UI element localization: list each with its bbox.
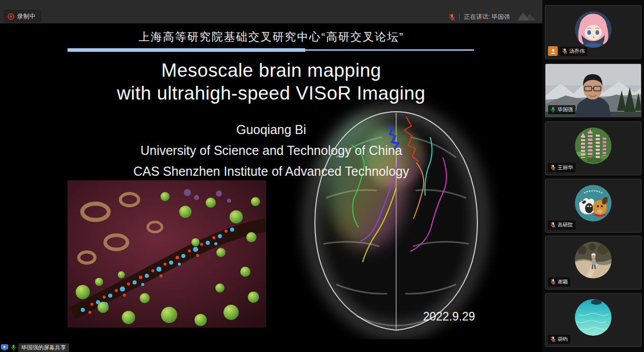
mic-muted-icon [551, 222, 556, 228]
divider [459, 14, 460, 20]
mic-muted-icon [551, 336, 556, 342]
screen-share-indicator[interactable]: 毕国强的屏幕共享 [1, 343, 69, 352]
participant-tile[interactable]: 汤乔伟 [545, 5, 641, 59]
slide-title-line2: with ultrahigh-speed VISoR Imaging [0, 83, 542, 104]
mic-active-icon [551, 107, 556, 113]
participant-tile[interactable]: 高研院 [545, 179, 641, 233]
participant-nametag: 毕国强 [548, 105, 575, 114]
recording-label: 录制中 [17, 12, 36, 21]
mic-muted-icon [562, 48, 567, 54]
record-icon [8, 13, 14, 20]
slide-date: 2022.9.29 [423, 310, 475, 324]
participant-name: 汤乔伟 [569, 48, 585, 55]
presentation-slide: 上海高等研究院基础交叉研究中心“高研交叉论坛” Mesoscale brain … [0, 23, 542, 352]
recording-indicator[interactable]: 录制中 [4, 10, 41, 22]
mic-muted-icon [551, 279, 556, 285]
speaking-indicator: 正在讲话: 毕国强 [449, 13, 510, 21]
synapse-render-image [68, 180, 266, 328]
slide-affiliation-2: CAS Shenzhen Institute of Advanced Techn… [0, 164, 542, 179]
host-badge-icon [548, 46, 558, 56]
slide-author: Guoqiang Bi [0, 122, 542, 137]
participants-sidebar[interactable]: 汤乔伟 [542, 0, 644, 352]
slide-header: 上海高等研究院基础交叉研究中心“高研交叉论坛” [0, 29, 542, 45]
meeting-window: 录制中 正在讲话: 毕国强 [0, 0, 644, 352]
participant-tile[interactable]: 王丽华 [545, 121, 641, 175]
participant-tile[interactable]: 胡钧 [545, 293, 641, 347]
screen-share-label: 毕国强的屏幕共享 [18, 343, 69, 352]
speaking-label: 正在讲话: 毕国强 [464, 13, 510, 21]
slide-affiliation-1: University of Science and Technology of … [0, 143, 542, 158]
participant-nametag: 胡钧 [548, 335, 570, 344]
screen-share-icon [1, 344, 9, 351]
participant-name: 胡钧 [558, 336, 568, 343]
meeting-topbar: 录制中 正在讲话: 毕国强 [0, 0, 542, 23]
participant-nametag: 谢颖 [548, 277, 570, 286]
accent-bar-thin [305, 49, 474, 51]
meeting-logo-icon [517, 12, 536, 21]
participant-nametag: 汤乔伟 [560, 47, 587, 56]
participant-nametag: 高研院 [548, 220, 575, 230]
participant-tile[interactable]: 毕国强 [545, 63, 641, 117]
avatar-sea [575, 299, 611, 336]
avatar-beach [575, 242, 611, 278]
participant-name: 高研院 [558, 221, 573, 229]
speaker-mic-icon [449, 14, 455, 21]
participant-nametag: 王丽华 [548, 163, 575, 172]
slide-title-line1: Mesoscale brain mapping [0, 60, 542, 81]
screen-share-view: 录制中 正在讲话: 毕国强 [0, 0, 542, 352]
mic-muted-icon [551, 165, 556, 171]
participant-name: 毕国强 [558, 106, 573, 113]
participant-name: 王丽华 [558, 164, 573, 171]
participant-name: 谢颖 [558, 278, 568, 285]
participant-tile[interactable]: 谢颖 [545, 236, 641, 290]
accent-bar-thick [68, 48, 305, 52]
avatar-anime [575, 11, 611, 48]
avatar-cartoon [575, 185, 611, 221]
avatar-flowers [575, 127, 611, 164]
mic-active-icon [11, 344, 16, 351]
